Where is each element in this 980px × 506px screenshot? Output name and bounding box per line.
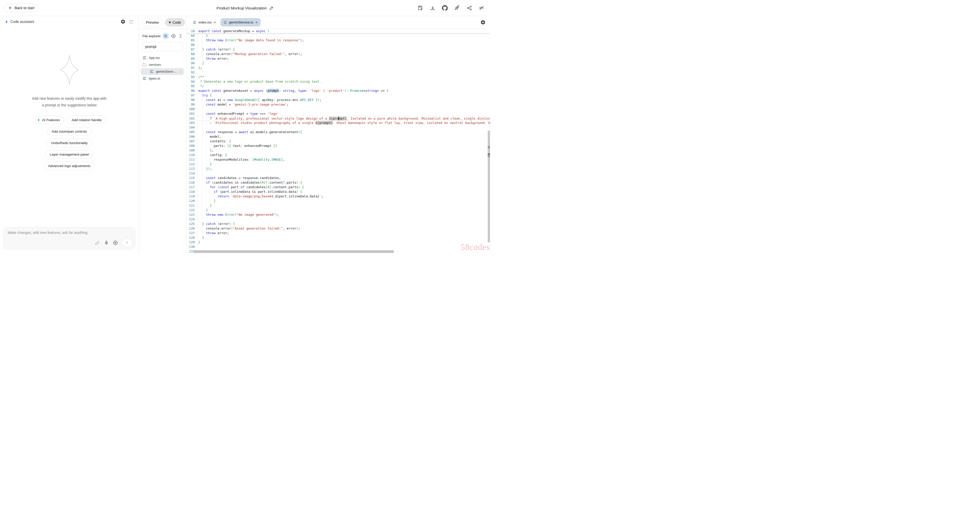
code-line[interactable]: 120}	[186, 199, 490, 203]
suggestion-button[interactable]: AI Features	[33, 116, 64, 124]
code-line[interactable]: 106model,	[186, 135, 490, 139]
code-line[interactable]: 112}	[186, 162, 490, 167]
editor-settings-gear-icon[interactable]	[480, 20, 486, 25]
suggestion-button[interactable]: Add zoom/pan controls	[47, 127, 91, 136]
code-area[interactable]: 18export const generateMockup = async ( …	[186, 29, 490, 253]
collapse-all-icon[interactable]	[178, 33, 183, 38]
code-line[interactable]: 101const enhancedPrompt = type === 'logo…	[186, 111, 490, 116]
code-line[interactable]: 85throw new Error("No image data found i…	[186, 38, 490, 43]
file-name: types.ts	[149, 76, 183, 80]
save-icon[interactable]	[417, 5, 423, 11]
code-line[interactable]: 123throw new Error("No image generated")…	[186, 213, 490, 217]
code-line[interactable]: 111responseModalities: [Modality.IMAGE],	[186, 157, 490, 162]
code-line[interactable]: 119return `data:image/png;base64,${part.…	[186, 194, 490, 199]
code-line[interactable]: 97try {	[186, 93, 490, 98]
suggestion-button[interactable]: Advanced logo adjustments	[44, 162, 95, 170]
preview-toggle-button[interactable]: Preview	[142, 18, 163, 27]
line-number: 98	[186, 98, 197, 102]
code-line[interactable]: 117for (const part of candidates[0].cont…	[186, 185, 490, 189]
code-line[interactable]: 118if (part.inlineData && part.inlineDat…	[186, 189, 490, 194]
code-line[interactable]: 84}	[186, 33, 490, 38]
file-item-geminiservice-ts[interactable]: geminiService.ts⋮	[141, 68, 184, 75]
share-icon[interactable]	[466, 5, 472, 11]
tab-index-tsx[interactable]: index.tsx×	[190, 18, 219, 27]
scribble-edit-icon[interactable]	[95, 240, 100, 245]
line-number: 105	[186, 130, 197, 135]
code-line[interactable]: 95 */	[186, 84, 490, 89]
code-line[interactable]: 125} catch (error) {	[186, 222, 490, 226]
code-line[interactable]: 105const response = await ai.models.gene…	[186, 130, 490, 135]
suggestion-button[interactable]: Layer management panel	[45, 150, 93, 159]
code-line[interactable]: 98const ai = new GoogleGenAI({ apiKey: p…	[186, 98, 490, 102]
github-icon[interactable]	[442, 5, 448, 11]
code-line[interactable]: 115const candidates = response.candidate…	[186, 176, 490, 180]
assistant-settings-gear-icon[interactable]	[120, 19, 126, 24]
code-line[interactable]: 130	[186, 244, 490, 249]
add-file-icon[interactable]	[171, 33, 176, 38]
assistant-refresh-icon[interactable]	[128, 19, 134, 24]
line-number: 110	[186, 153, 197, 157]
send-button[interactable]	[122, 238, 132, 247]
code-line[interactable]: 96export const generateAsset = async (pr…	[186, 89, 490, 93]
close-icon[interactable]: ×	[213, 21, 216, 24]
code-line[interactable]: 124	[186, 217, 490, 222]
code-line[interactable]: 102? `A high-quality, professional vecto…	[186, 116, 490, 121]
assistant-prompt-input[interactable]: Make changes, add new features, ask for …	[3, 227, 135, 249]
code-line[interactable]: 86	[186, 43, 490, 47]
download-icon[interactable]	[430, 5, 435, 11]
code-line[interactable]: 90}	[186, 61, 490, 65]
code-line[interactable]: 103: `Professional studio product photog…	[186, 121, 490, 125]
line-number: 129	[186, 240, 197, 244]
file-item-types-ts[interactable]: types.ts	[141, 75, 184, 82]
code-editor: index.tsx×geminiService.ts× 18export con…	[186, 16, 490, 253]
horizontal-scrollbar[interactable]	[194, 250, 394, 253]
code-line[interactable]: 110config: {	[186, 153, 490, 157]
line-number: 130	[186, 244, 197, 249]
sticky-code-line[interactable]: 18export const generateMockup = async (	[186, 29, 490, 33]
assistant-title: Code assistant	[11, 20, 34, 24]
search-icon[interactable]	[162, 33, 169, 39]
deploy-rocket-icon[interactable]	[454, 5, 460, 11]
file-item-services[interactable]: services	[141, 61, 184, 68]
file-icon	[150, 70, 154, 74]
line-number: 94	[186, 79, 197, 84]
file-item-app-tsx[interactable]: App.tsx	[141, 54, 184, 61]
file-menu-icon[interactable]: ⋮	[178, 70, 183, 73]
code-line[interactable]: 116if (candidates && candidates[0]?.cont…	[186, 180, 490, 185]
code-line[interactable]: 127throw error;	[186, 231, 490, 235]
close-icon[interactable]: ×	[256, 21, 258, 24]
back-to-start-button[interactable]: Back to start	[4, 3, 39, 12]
microphone-icon[interactable]	[104, 240, 109, 245]
code-line[interactable]: 121}	[186, 203, 490, 208]
add-attachment-icon[interactable]	[113, 240, 118, 245]
file-search-input[interactable]: prompt	[142, 42, 183, 51]
code-line[interactable]: 126console.error("Asset generation faile…	[186, 226, 490, 231]
suggestion-button[interactable]: Add rotation handle	[67, 116, 106, 124]
line-number: 119	[186, 194, 197, 199]
code-line[interactable]: 99const model = 'gemini-3-pro-image-prev…	[186, 102, 490, 107]
code-line[interactable]: 114	[186, 171, 490, 176]
code-line[interactable]: 91};	[186, 65, 490, 70]
suggestion-button[interactable]: Undo/Redo functionality	[47, 138, 92, 147]
key-off-icon[interactable]	[479, 5, 484, 11]
code-toggle-button[interactable]: Code	[165, 18, 185, 27]
code-line[interactable]: 100	[186, 107, 490, 111]
code-line[interactable]: 113});	[186, 167, 490, 171]
code-line[interactable]: 128}	[186, 235, 490, 240]
code-line[interactable]: 88console.error("Mockup generation faile…	[186, 52, 490, 56]
code-line[interactable]: 89throw error;	[186, 56, 490, 61]
code-line[interactable]: 107contents: {	[186, 139, 490, 144]
code-line[interactable]: 109},	[186, 148, 490, 153]
code-line[interactable]: 93/**	[186, 75, 490, 79]
code-line[interactable]: 122}	[186, 208, 490, 213]
assistant-input-placeholder: Make changes, add new features, ask for …	[8, 230, 88, 235]
code-line[interactable]: 108parts: [{ text: enhancedPrompt }]	[186, 144, 490, 148]
code-line[interactable]: 129}	[186, 240, 490, 244]
edit-title-icon[interactable]	[269, 6, 274, 10]
code-line[interactable]: 87} catch (error) {	[186, 47, 490, 52]
code-line[interactable]: 94 * Generates a new logo or product bas…	[186, 79, 490, 84]
code-line[interactable]: 92	[186, 70, 490, 75]
code-line[interactable]: 104	[186, 125, 490, 130]
code-assistant-panel: Code assistant Add new features or easil…	[0, 16, 139, 253]
tab-geminiservice-ts[interactable]: geminiService.ts×	[221, 18, 261, 27]
